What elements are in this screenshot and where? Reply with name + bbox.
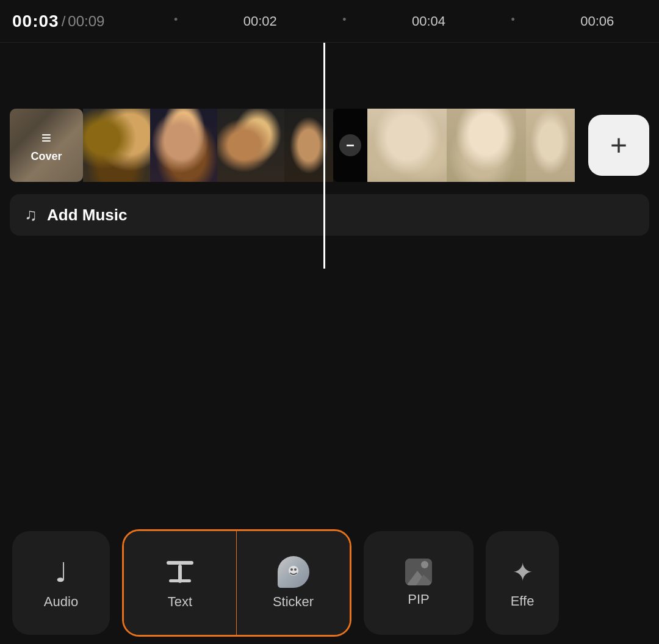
- svg-point-7: [421, 561, 428, 568]
- bottom-toolbar: ♩ Audio Text Sticker: [0, 522, 659, 644]
- music-note-icon: ♫: [24, 205, 37, 225]
- clip-6[interactable]: [447, 109, 526, 182]
- audio-icon: ♩: [55, 557, 68, 588]
- cover-label: Cover: [31, 150, 62, 163]
- cover-thumbnail[interactable]: ≡ Cover: [10, 109, 83, 182]
- dot-3: •: [511, 13, 514, 29]
- pip-icon: [405, 559, 432, 585]
- clip-1[interactable]: [83, 109, 150, 182]
- clip-7[interactable]: [526, 109, 575, 182]
- timeline-header: 00:03 / 00:09 • 00:02 • 00:04 • 00:06: [0, 0, 659, 43]
- cover-icon: ≡: [41, 128, 51, 148]
- pip-tool-button[interactable]: PIP: [364, 531, 474, 635]
- marker-3: 00:06: [580, 13, 614, 29]
- audio-label: Audio: [44, 594, 78, 610]
- current-time: 00:03: [12, 12, 59, 31]
- sticker-icon: [278, 556, 309, 588]
- plus-icon: +: [610, 131, 627, 160]
- svg-point-4: [290, 568, 293, 571]
- effects-label: Effe: [511, 593, 535, 609]
- time-separator: /: [62, 13, 66, 30]
- add-music-bar[interactable]: ♫ Add Music: [10, 194, 649, 236]
- dot-2: •: [342, 13, 346, 29]
- add-music-label: Add Music: [47, 206, 127, 225]
- video-track: ≡ Cover − +: [0, 104, 659, 187]
- text-icon: [164, 556, 196, 588]
- minus-icon: −: [339, 134, 361, 156]
- pip-label: PIP: [408, 592, 429, 607]
- marker-2: 00:04: [412, 13, 445, 29]
- clip-5[interactable]: [367, 109, 447, 182]
- text-label: Text: [168, 594, 192, 610]
- dot-1: •: [174, 13, 178, 29]
- audio-tool-button[interactable]: ♩ Audio: [12, 531, 110, 635]
- svg-rect-2: [169, 579, 191, 582]
- time-markers: • 00:02 • 00:04 • 00:06: [141, 13, 647, 29]
- effects-tool-button[interactable]: ✦ Effe: [486, 531, 559, 635]
- svg-rect-0: [167, 561, 193, 565]
- timeline-area: ≡ Cover − + ♫ Add Music: [0, 43, 659, 269]
- text-tool-button[interactable]: Text: [124, 531, 237, 635]
- trim-minus-button[interactable]: −: [333, 109, 367, 182]
- clip-3[interactable]: [217, 109, 284, 182]
- sticker-tool-button[interactable]: Sticker: [237, 531, 350, 635]
- add-clip-button[interactable]: +: [588, 115, 649, 176]
- clip-2[interactable]: [150, 109, 217, 182]
- svg-point-5: [294, 568, 297, 571]
- playhead: [323, 43, 325, 269]
- selected-tools-group: Text Sticker: [122, 529, 351, 637]
- total-time: 00:09: [68, 13, 104, 30]
- clip-4[interactable]: [284, 109, 333, 182]
- marker-1: 00:02: [243, 13, 277, 29]
- sticker-label: Sticker: [273, 594, 314, 610]
- effects-icon: ✦: [512, 557, 533, 587]
- video-clips: −: [83, 109, 583, 182]
